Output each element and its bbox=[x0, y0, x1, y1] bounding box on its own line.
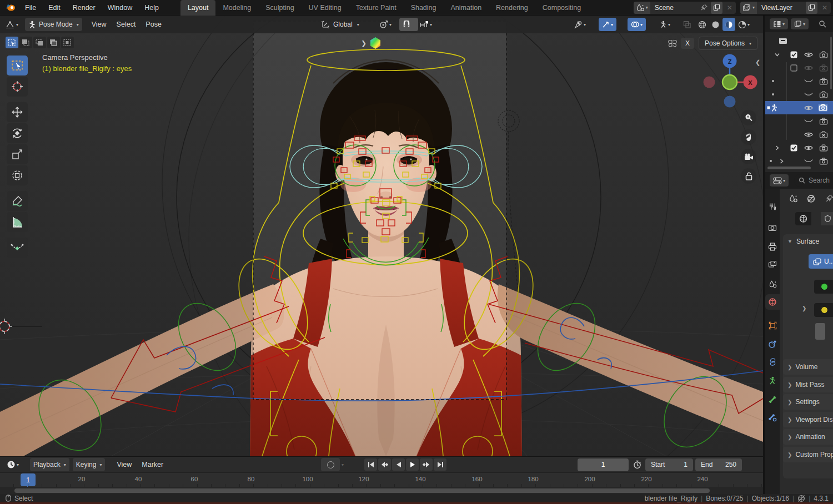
new-viewlayer-icon[interactable] bbox=[806, 2, 817, 14]
tool-cursor[interactable] bbox=[7, 77, 28, 97]
snap-toggle[interactable] bbox=[399, 18, 418, 31]
auto-key-toggle[interactable] bbox=[321, 458, 340, 471]
tab-animation[interactable]: Animation bbox=[444, 0, 489, 16]
sidebar-toggle-arrow[interactable]: ❮ bbox=[755, 59, 760, 66]
select-set-icon[interactable] bbox=[6, 37, 18, 48]
tab-output-icon[interactable] bbox=[765, 239, 780, 254]
outliner-filter-dropdown[interactable]: ▾ bbox=[791, 18, 809, 29]
previous-keyframe-button[interactable] bbox=[378, 458, 391, 471]
transform-orientation-dropdown[interactable]: Global ▾ bbox=[318, 18, 363, 31]
toggle-xray[interactable] bbox=[680, 18, 695, 31]
menu-help[interactable]: Help bbox=[138, 4, 165, 12]
outliner-row[interactable] bbox=[765, 154, 833, 168]
cam-icon[interactable] bbox=[819, 90, 828, 99]
cam-x-dim-icon[interactable] bbox=[819, 63, 828, 72]
properties-search-input[interactable]: Search bbox=[794, 174, 833, 187]
tab-sculpting[interactable]: Sculpting bbox=[258, 0, 301, 16]
eye-icon[interactable] bbox=[804, 50, 813, 59]
chev-right-icon[interactable] bbox=[774, 143, 780, 152]
breadcrumb-scene-icon[interactable] bbox=[789, 194, 798, 203]
cam-icon[interactable] bbox=[819, 77, 828, 85]
world-datablock-actions[interactable]: ✕ bbox=[821, 212, 833, 225]
collection-icon[interactable] bbox=[779, 37, 787, 46]
pan-button[interactable] bbox=[741, 129, 756, 145]
outliner-row[interactable] bbox=[765, 128, 833, 141]
outliner-search-icon[interactable] bbox=[819, 20, 826, 28]
editor-type-icon[interactable]: ▾ bbox=[2, 18, 22, 31]
tab-object-data-icon[interactable] bbox=[765, 373, 780, 389]
breadcrumb-world-icon[interactable] bbox=[806, 194, 816, 203]
outliner-row[interactable] bbox=[765, 141, 833, 154]
world-datablock-icon[interactable] bbox=[795, 212, 811, 225]
select-extend-icon[interactable] bbox=[19, 37, 32, 48]
eye-closed-icon[interactable] bbox=[804, 157, 813, 165]
menu-edit[interactable]: Edit bbox=[42, 4, 67, 12]
current-frame-field[interactable]: 1 bbox=[578, 458, 629, 471]
tab-texture-paint[interactable]: Texture Paint bbox=[349, 0, 404, 16]
cam-icon[interactable] bbox=[819, 117, 828, 125]
chev-right-icon[interactable] bbox=[779, 157, 785, 165]
new-scene-icon[interactable] bbox=[711, 2, 722, 14]
eye-icon[interactable] bbox=[804, 143, 813, 152]
surface-panel-header[interactable]: ▼ Surface bbox=[783, 234, 833, 249]
tab-physics-icon[interactable] bbox=[765, 336, 780, 352]
cam-icon[interactable] bbox=[819, 157, 828, 165]
play-button[interactable] bbox=[406, 458, 419, 471]
outliner-vscrollbar[interactable] bbox=[830, 37, 832, 89]
panel-custom-properties[interactable]: ❯Custom Properties bbox=[783, 447, 833, 462]
eye-icon[interactable] bbox=[804, 130, 813, 139]
chk-on-icon[interactable] bbox=[790, 50, 797, 59]
surface-shader-socket[interactable] bbox=[814, 280, 833, 294]
camera-view-button[interactable] bbox=[741, 149, 756, 164]
shading-material-preview[interactable] bbox=[722, 18, 735, 31]
color-socket[interactable] bbox=[814, 303, 833, 317]
timeline-ruler[interactable]: 20 40 60 80 100 120 140 160 180 200 220 … bbox=[0, 472, 763, 487]
pin-icon[interactable] bbox=[698, 4, 710, 11]
select-menu[interactable]: Select bbox=[112, 21, 141, 28]
expand-socket-icon[interactable]: ❯ bbox=[802, 305, 806, 311]
use-nodes-button[interactable]: U... bbox=[809, 254, 833, 269]
playback-menu[interactable]: Playback▾ bbox=[30, 458, 69, 471]
tab-layout[interactable]: Layout bbox=[180, 0, 216, 16]
viewlayer-icon[interactable]: ▾ bbox=[740, 2, 757, 14]
view-menu[interactable]: View bbox=[87, 21, 112, 28]
tool-annotate[interactable] bbox=[7, 191, 28, 211]
next-keyframe-button[interactable] bbox=[420, 458, 433, 471]
tab-object-constraints-icon[interactable] bbox=[765, 354, 780, 370]
viewport-3d[interactable]: ▾ Pose Mode ▾ View Select Pose Global ▾ … bbox=[0, 16, 763, 456]
tool-settings-expand[interactable]: ❯ bbox=[361, 37, 382, 49]
cam-icon[interactable] bbox=[819, 143, 828, 152]
eye-icon[interactable] bbox=[804, 103, 813, 112]
tool-select-box[interactable] bbox=[7, 56, 28, 75]
tab-uv-editing[interactable]: UV Editing bbox=[302, 0, 349, 16]
tool-move[interactable] bbox=[7, 102, 28, 122]
pivot-point-dropdown[interactable]: ▾ bbox=[376, 18, 395, 31]
tool-pose-breakdowner[interactable] bbox=[7, 238, 28, 258]
tab-rendering[interactable]: Rendering bbox=[489, 0, 535, 16]
tab-tool-icon[interactable] bbox=[765, 199, 780, 214]
show-gizmos-toggle[interactable]: ▾ bbox=[599, 18, 616, 31]
outliner-row[interactable] bbox=[765, 74, 833, 88]
dot-icon[interactable] bbox=[771, 90, 775, 99]
mirror-x-toggle[interactable]: X bbox=[681, 38, 694, 49]
scene-icon[interactable]: ▾ bbox=[634, 2, 650, 14]
scene-name[interactable]: Scene bbox=[650, 4, 698, 12]
mode-selector[interactable]: Pose Mode ▾ bbox=[25, 18, 82, 31]
panel-animation[interactable]: ❯Animation bbox=[783, 429, 833, 445]
tab-bone-icon[interactable] bbox=[765, 392, 780, 407]
armature-xray-dropdown[interactable]: ▾ bbox=[656, 18, 674, 31]
menu-render[interactable]: Render bbox=[67, 4, 102, 12]
viewport-canvas[interactable] bbox=[0, 16, 763, 456]
menu-window[interactable]: Window bbox=[102, 4, 138, 12]
tab-modeling[interactable]: Modeling bbox=[215, 0, 258, 16]
properties-editor-type-dropdown[interactable]: ▾ bbox=[770, 174, 789, 187]
strength-slider[interactable] bbox=[815, 323, 825, 340]
tool-transform[interactable] bbox=[7, 165, 28, 185]
pose-menu[interactable]: Pose bbox=[140, 21, 167, 28]
tab-compositing[interactable]: Compositing bbox=[535, 0, 588, 16]
cam-hl-icon[interactable] bbox=[818, 103, 828, 112]
shading-solid[interactable] bbox=[709, 18, 722, 31]
stopwatch-icon[interactable] bbox=[633, 460, 641, 469]
viewlayer-name[interactable]: ViewLayer bbox=[757, 4, 805, 12]
jump-to-start-button[interactable] bbox=[364, 458, 377, 471]
